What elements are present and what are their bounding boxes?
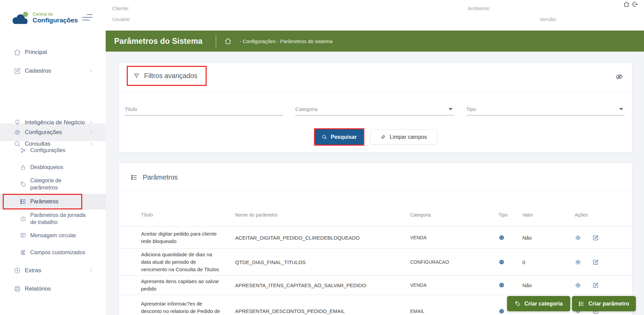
sidebar-item-label: Configurações bbox=[30, 147, 91, 154]
sidebar-item-label: Extras bbox=[25, 267, 85, 274]
sidebar-item-principal[interactable]: Principal bbox=[0, 46, 106, 58]
edit-icon[interactable] bbox=[592, 259, 599, 265]
titulo-field[interactable] bbox=[125, 98, 283, 115]
sidebar-item-label: Relatórios bbox=[25, 285, 85, 293]
usuario-label: Usuário bbox=[112, 16, 130, 22]
logout-icon[interactable] bbox=[631, 1, 638, 7]
cell-categoria: EMAIL bbox=[410, 309, 499, 314]
page-title: Parâmetros do Sistema bbox=[114, 37, 203, 46]
globe-icon bbox=[499, 235, 505, 241]
cell-valor: Não bbox=[522, 235, 575, 241]
criar-categoria-button[interactable]: Criar categoria bbox=[507, 296, 570, 311]
chevron-right-icon bbox=[89, 69, 93, 73]
sidebar-item-label: Mensagem circular bbox=[30, 232, 91, 239]
sidebar-item-label: Configurações bbox=[25, 129, 85, 136]
breadcrumb: - Configurações - Parâmetros do sistema bbox=[240, 38, 332, 44]
list-icon bbox=[578, 301, 585, 307]
pesquisar-button[interactable]: Pesquisar bbox=[315, 129, 363, 145]
home-icon[interactable] bbox=[623, 1, 630, 7]
edit-icon[interactable] bbox=[592, 282, 599, 289]
cell-titulo: Apresentar informac?es de desconto no re… bbox=[141, 300, 235, 315]
tipo-select[interactable]: Tipo bbox=[466, 98, 625, 115]
cell-titulo: Aceitar digitar pedido para cliente rede… bbox=[141, 230, 235, 245]
unlock-icon bbox=[20, 164, 27, 171]
criar-parametro-button[interactable]: Criar parâmetro bbox=[572, 296, 636, 311]
categoria-select[interactable]: Categoria bbox=[295, 98, 454, 115]
cell-nome: APRESENTAR_DESCONTOS_PEDIDO_EMAIL bbox=[235, 308, 410, 314]
sidebar-subitem-configuracoes[interactable]: Configurações bbox=[0, 144, 106, 156]
tag-icon bbox=[20, 181, 27, 188]
sidebar: Principal Cadastros Inteligência de Negó… bbox=[0, 31, 106, 315]
col-nome: Nome do parâmetro bbox=[235, 212, 410, 218]
table-row: Apresenta itens capitaes ao salvar pedid… bbox=[119, 275, 632, 295]
categoria-select-label: Categoria bbox=[295, 106, 317, 112]
cell-nome: ACEITAR_DIGITAR_PEDIDO_CLIREDEBLOQUEADO bbox=[235, 235, 410, 241]
breadcrumb-home-icon[interactable] bbox=[224, 37, 232, 45]
col-titulo: Título bbox=[141, 212, 235, 218]
logo-line1: Central de bbox=[33, 12, 78, 17]
sidebar-item-cadastros[interactable]: Cadastros bbox=[0, 65, 106, 77]
filters-header: Filtros avançados bbox=[119, 63, 632, 92]
titulo-input[interactable] bbox=[125, 106, 283, 112]
sidebar-item-configuracoes[interactable]: Configurações bbox=[0, 124, 106, 141]
cell-valor: Não bbox=[522, 282, 575, 288]
gear-icon[interactable] bbox=[575, 282, 581, 289]
sidebar-subitem-parametros[interactable]: Parâmetros bbox=[0, 194, 106, 209]
filters-panel: Filtros avançados Categoria Tipo Pesquis… bbox=[119, 63, 632, 152]
col-categoria: Categoria bbox=[410, 212, 499, 218]
edit-square-icon bbox=[14, 67, 21, 75]
menu-toggle-icon[interactable] bbox=[82, 14, 92, 22]
clock-icon bbox=[20, 216, 27, 222]
sidebar-item-label: Cadastros bbox=[25, 67, 85, 75]
eraser-icon bbox=[380, 134, 386, 140]
nodes-icon bbox=[20, 147, 27, 154]
sidebar-subitem-parametros-jornada[interactable]: Parâmetros da jornada de trabalho bbox=[0, 210, 106, 228]
cell-titulo: Adiciona quantidade de dias na data atua… bbox=[141, 251, 235, 273]
globe-icon bbox=[499, 308, 505, 314]
dropdown-arrow-icon bbox=[449, 108, 453, 110]
table-row: Aceitar digitar pedido para cliente rede… bbox=[119, 226, 632, 248]
app-logo: Central de Configurações bbox=[10, 10, 78, 26]
globe-icon bbox=[499, 259, 505, 265]
parameters-header: Parâmetros bbox=[119, 163, 632, 192]
sidebar-subitem-categoria-de-parametros[interactable]: Categoria de parâmetros bbox=[0, 175, 106, 193]
tipo-select-label: Tipo bbox=[466, 106, 476, 112]
parameters-title: Parâmetros bbox=[143, 173, 178, 181]
sidebar-item-extras[interactable]: Extras bbox=[0, 264, 106, 277]
ambiente-label: Ambiente: bbox=[468, 5, 491, 11]
table-row: Adiciona quantidade de dias na data atua… bbox=[119, 248, 632, 275]
parameters-panel: Parâmetros Título Nome do parâmetro Cate… bbox=[119, 163, 632, 315]
sidebar-item-label: Campos customizados bbox=[30, 249, 91, 256]
sidebar-item-label: Parâmetros bbox=[30, 198, 91, 205]
sidebar-subitem-mensagem-circular[interactable]: Mensagem circular bbox=[0, 229, 106, 242]
gear-icon bbox=[14, 129, 21, 136]
layers-icon bbox=[20, 249, 27, 256]
cell-nome: APRESENTA_ITENS_CAPITAES_AO_SALVAR_PEDID… bbox=[235, 282, 410, 288]
limpar-campos-button[interactable]: Limpar campos bbox=[370, 129, 437, 145]
top-bar: Central de Configurações Cliente: Usuári… bbox=[0, 0, 644, 31]
sidebar-subitem-desbloqueios[interactable]: Desbloqueios bbox=[0, 161, 106, 173]
gear-icon[interactable] bbox=[575, 259, 581, 265]
sidebar-item-label: Desbloqueios bbox=[30, 164, 91, 171]
list-icon bbox=[20, 198, 27, 205]
cell-valor: 0 bbox=[522, 259, 575, 265]
chevron-down-icon bbox=[89, 130, 93, 135]
table-header-row: Título Nome do parâmetro Categoria Tipo … bbox=[119, 192, 632, 226]
list-icon bbox=[130, 174, 138, 181]
versao-label: Versão: bbox=[540, 16, 557, 22]
sidebar-subitem-campos-customizados[interactable]: Campos customizados bbox=[0, 246, 106, 259]
edit-icon[interactable] bbox=[592, 235, 599, 241]
plus-circle-icon bbox=[14, 267, 21, 274]
col-valor: Valor bbox=[522, 212, 575, 218]
chevron-right-icon bbox=[89, 268, 93, 273]
cell-nome: QTDE_DIAS_FINAL_TITULOS bbox=[235, 259, 410, 265]
filter-funnel-icon bbox=[133, 73, 140, 79]
annotation-box-pesquisar: Pesquisar bbox=[314, 128, 364, 146]
cell-categoria: CONFIGURACAO bbox=[410, 259, 499, 265]
hide-filters-eye-slash-icon[interactable] bbox=[615, 73, 623, 81]
gear-icon[interactable] bbox=[575, 235, 581, 241]
sidebar-item-relatorios[interactable]: Relatórios bbox=[0, 283, 106, 295]
logo-line2: Configurações bbox=[33, 17, 78, 24]
sidebar-item-label: Categoria de parâmetros bbox=[30, 177, 82, 191]
col-tipo: Tipo bbox=[499, 212, 522, 218]
